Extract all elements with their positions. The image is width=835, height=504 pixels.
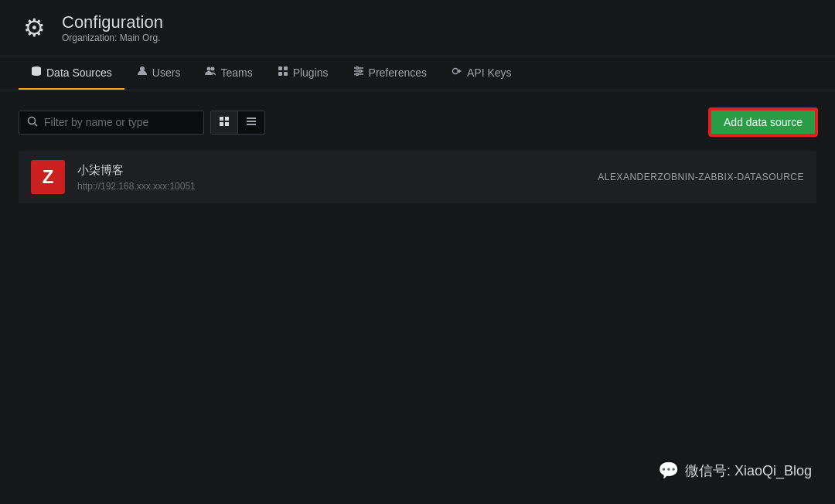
main-content: Add data source Z 小柒博客 http://192.168.xx… bbox=[0, 90, 835, 222]
config-icon: ⚙ bbox=[19, 12, 49, 43]
svg-rect-21 bbox=[247, 117, 256, 119]
tab-plugins[interactable]: Plugins bbox=[265, 56, 341, 90]
svg-rect-7 bbox=[284, 72, 288, 76]
page-header: ⚙ Configuration Organization: Main Org. bbox=[0, 0, 835, 56]
datasource-info: 小柒博客 http://192.168.xxx.xxx:10051 bbox=[77, 163, 585, 192]
svg-point-12 bbox=[359, 70, 361, 73]
grid-icon bbox=[219, 116, 230, 127]
search-icon bbox=[27, 116, 38, 129]
tab-preferences-label: Preferences bbox=[369, 66, 427, 79]
svg-point-14 bbox=[453, 69, 458, 74]
svg-point-11 bbox=[356, 67, 358, 70]
svg-point-3 bbox=[211, 67, 215, 71]
tab-plugins-label: Plugins bbox=[293, 66, 329, 79]
tab-teams-label: Teams bbox=[220, 66, 252, 79]
watermark-text: 微信号: XiaoQi_Blog bbox=[685, 461, 812, 480]
svg-point-2 bbox=[207, 67, 211, 71]
svg-point-13 bbox=[356, 73, 358, 76]
datasource-item[interactable]: Z 小柒博客 http://192.168.xxx.xxx:10051 ALEX… bbox=[19, 151, 816, 203]
svg-rect-17 bbox=[220, 117, 223, 121]
datasource-logo: Z bbox=[31, 160, 65, 194]
svg-rect-18 bbox=[225, 117, 229, 121]
header-text: Configuration Organization: Main Org. bbox=[62, 12, 163, 43]
datasource-type: ALEXANDERZOBNIN-ZABBIX-DATASOURCE bbox=[598, 172, 804, 182]
toolbar-left bbox=[19, 111, 265, 135]
svg-point-15 bbox=[29, 117, 36, 124]
list-icon bbox=[246, 116, 257, 127]
svg-rect-6 bbox=[278, 72, 282, 76]
tab-preferences[interactable]: Preferences bbox=[341, 56, 439, 90]
list-view-button[interactable] bbox=[238, 111, 264, 134]
svg-rect-22 bbox=[247, 121, 256, 122]
tab-users-label: Users bbox=[152, 66, 181, 79]
datasource-url: http://192.168.xxx.xxx:10051 bbox=[77, 181, 585, 192]
page-title: Configuration bbox=[62, 12, 163, 32]
svg-rect-23 bbox=[247, 124, 256, 125]
api-keys-icon bbox=[452, 66, 462, 79]
nav-tabs: Data Sources Users Teams bbox=[0, 56, 835, 90]
add-datasource-button[interactable]: Add data source bbox=[710, 109, 816, 135]
watermark: 💬 微信号: XiaoQi_Blog bbox=[658, 461, 812, 481]
users-icon bbox=[137, 66, 148, 79]
tab-api-keys-label: API Keys bbox=[467, 66, 512, 79]
toolbar: Add data source bbox=[19, 109, 816, 135]
view-toggle bbox=[210, 111, 265, 135]
svg-rect-5 bbox=[284, 66, 288, 70]
org-subtitle: Organization: Main Org. bbox=[62, 32, 163, 43]
preferences-icon bbox=[353, 66, 364, 79]
datasource-name: 小柒博客 bbox=[77, 163, 585, 178]
datasource-list: Z 小柒博客 http://192.168.xxx.xxx:10051 ALEX… bbox=[19, 151, 816, 203]
svg-line-16 bbox=[35, 123, 38, 126]
wechat-icon: 💬 bbox=[658, 461, 679, 481]
svg-rect-20 bbox=[225, 122, 229, 126]
grid-view-button[interactable] bbox=[211, 111, 238, 134]
tab-data-sources[interactable]: Data Sources bbox=[19, 56, 124, 90]
tab-users[interactable]: Users bbox=[124, 56, 193, 90]
plugins-icon bbox=[278, 66, 288, 79]
data-sources-icon bbox=[31, 66, 42, 79]
search-input[interactable] bbox=[44, 116, 196, 128]
tab-teams[interactable]: Teams bbox=[193, 56, 264, 90]
search-box[interactable] bbox=[19, 111, 204, 135]
tab-api-keys[interactable]: API Keys bbox=[439, 56, 524, 90]
teams-icon bbox=[205, 66, 216, 79]
svg-rect-4 bbox=[278, 66, 282, 70]
svg-rect-19 bbox=[220, 122, 223, 126]
tab-data-sources-label: Data Sources bbox=[46, 66, 112, 79]
